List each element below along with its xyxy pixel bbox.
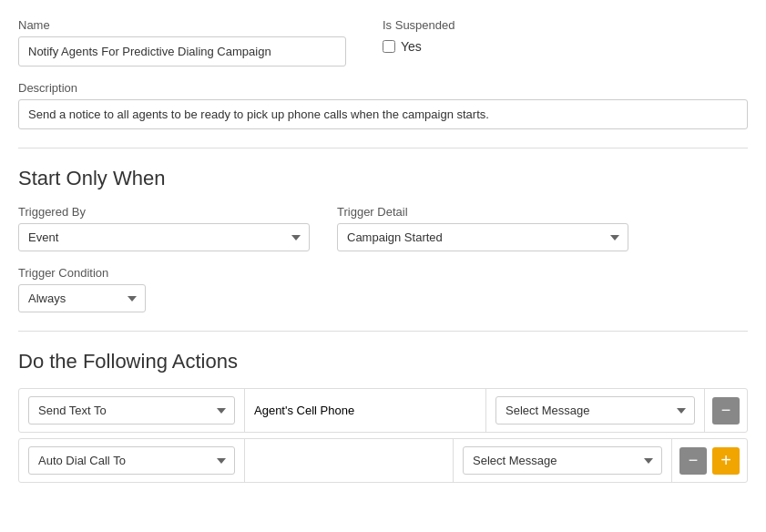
action-btn-cell-2: − + — [672, 439, 747, 482]
trigger-condition-select[interactable]: Always — [18, 284, 146, 312]
trigger-detail-label: Trigger Detail — [337, 205, 628, 219]
action-target-cell-1 — [245, 389, 486, 432]
action-message-select-2[interactable]: Select Message — [463, 446, 662, 475]
triggered-by-select[interactable]: Event — [18, 223, 310, 251]
action-row-1: Send Text To Auto Dial Call To Select Me… — [18, 388, 748, 433]
action-target-input-1[interactable] — [254, 404, 476, 417]
action-message-cell-2: Select Message — [454, 439, 672, 482]
divider-1 — [18, 148, 748, 148]
action-row-2: Send Text To Auto Dial Call To Select Me… — [18, 438, 748, 483]
action-type-select-1[interactable]: Send Text To Auto Dial Call To — [28, 396, 235, 425]
trigger-detail-select[interactable]: Campaign Started — [337, 223, 628, 251]
remove-action-button-2[interactable]: − — [679, 447, 707, 475]
is-suspended-label: Is Suspended — [383, 18, 455, 32]
action-type-select-2[interactable]: Send Text To Auto Dial Call To — [28, 446, 235, 475]
description-label: Description — [18, 81, 748, 95]
action-btn-cell-1: − — [705, 389, 747, 432]
action-target-cell-2 — [245, 439, 454, 482]
action-message-cell-1: Select Message — [486, 389, 705, 432]
is-suspended-checkbox[interactable] — [383, 40, 395, 53]
action-message-select-1[interactable]: Select Message — [495, 396, 695, 425]
action-select-cell-1: Send Text To Auto Dial Call To — [19, 389, 245, 432]
triggered-by-label: Triggered By — [18, 205, 310, 219]
name-input[interactable] — [18, 36, 346, 66]
add-action-button[interactable]: + — [712, 447, 740, 475]
actions-section-title: Do the Following Actions — [18, 350, 748, 373]
action-select-cell-2: Send Text To Auto Dial Call To — [19, 439, 245, 482]
start-section-title: Start Only When — [18, 167, 748, 190]
description-input[interactable] — [18, 99, 748, 129]
action-target-input-2[interactable] — [254, 454, 444, 467]
yes-label: Yes — [401, 39, 422, 54]
divider-2 — [18, 331, 748, 332]
name-label: Name — [18, 18, 346, 32]
remove-action-button-1[interactable]: − — [712, 397, 740, 425]
trigger-condition-label: Trigger Condition — [18, 266, 146, 280]
